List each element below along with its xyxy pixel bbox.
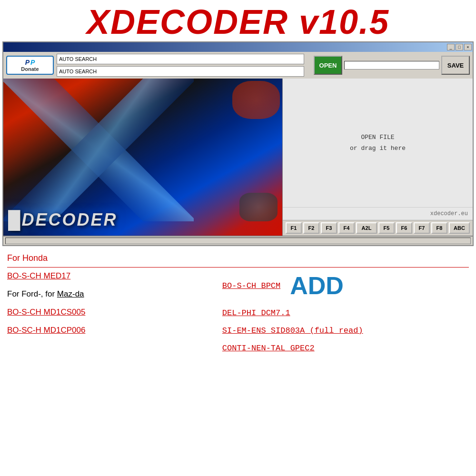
website-url: xdecoder.eu bbox=[430, 210, 468, 217]
website-label: xdecoder.eu bbox=[283, 207, 473, 220]
f3-button[interactable]: F3 bbox=[321, 222, 337, 234]
f6-button[interactable]: F6 bbox=[396, 222, 412, 234]
right-controls: OPEN SAVE bbox=[314, 56, 470, 75]
xdecoder-text: █DECODER bbox=[8, 205, 118, 231]
main-content: █DECODER OPEN FILE or drag it here xdeco… bbox=[3, 79, 473, 236]
dropdown1-wrapper: AUTO SEARCH bbox=[57, 54, 304, 64]
drop-line1: OPEN FILE bbox=[361, 132, 394, 143]
abc-button[interactable]: ABC bbox=[449, 222, 470, 234]
xdecoder-background: █DECODER bbox=[3, 79, 282, 236]
f5-button[interactable]: F5 bbox=[378, 222, 395, 234]
status-bar bbox=[3, 236, 473, 245]
drop-line2: or drag it here bbox=[350, 143, 406, 154]
left-column: BO-S-CH MED17 For Ford-, for Maz-da BO-S… bbox=[7, 271, 213, 361]
title-area: XDECODER v10.5 bbox=[0, 0, 476, 41]
app-window: _ □ × P P Donate AUTO SEARCH AUTO SEARCH bbox=[2, 41, 474, 246]
fn-buttons-row: F1 F2 F3 F4 A2L F5 F6 F7 F8 ABC bbox=[283, 220, 473, 236]
right-item-4[interactable]: CONTI-NEN-TAL GPEC2 bbox=[222, 344, 315, 353]
auto-search-dropdown-2[interactable]: AUTO SEARCH bbox=[57, 66, 304, 77]
f2-button[interactable]: F2 bbox=[303, 222, 319, 234]
x-shape-svg bbox=[3, 79, 194, 221]
donate-button[interactable]: P P Donate bbox=[6, 56, 54, 75]
left-panel: █DECODER bbox=[3, 79, 282, 236]
app-version: v10.5 bbox=[288, 3, 389, 41]
bottom-content: For Honda BO-S-CH MED17 For Ford-, for M… bbox=[0, 246, 476, 361]
paypal-logo: P P bbox=[25, 59, 35, 66]
f8-button[interactable]: F8 bbox=[431, 222, 447, 234]
maximize-button[interactable]: □ bbox=[456, 44, 463, 50]
divider bbox=[7, 267, 469, 268]
close-button[interactable]: × bbox=[464, 44, 472, 50]
app-name: XDECODER bbox=[87, 3, 288, 41]
left-item-4[interactable]: BO-SC-H MD1CP006 bbox=[7, 326, 213, 335]
save-button[interactable]: SAVE bbox=[441, 56, 470, 75]
right-item-2[interactable]: DEL-PHI DCM7.1 bbox=[222, 308, 290, 317]
add-label: ADD bbox=[290, 271, 344, 300]
right-row-3: SI-EM-ENS SID803A (full read) bbox=[222, 326, 469, 335]
right-row-2: DEL-PHI DCM7.1 bbox=[222, 308, 469, 317]
left-item-2: For Ford-, for Maz-da bbox=[7, 289, 213, 299]
right-panel: OPEN FILE or drag it here xdecoder.eu F1… bbox=[282, 79, 473, 236]
right-column: BO-S-CH BPCM ADD DEL-PHI DCM7.1 SI-EM-EN… bbox=[222, 271, 469, 361]
dropdowns-area: AUTO SEARCH AUTO SEARCH bbox=[57, 54, 311, 77]
toolbar: P P Donate AUTO SEARCH AUTO SEARCH OP bbox=[3, 52, 473, 79]
left-item-3[interactable]: BO-S-CH MD1CS005 bbox=[7, 307, 213, 317]
app-title: XDECODER v10.5 bbox=[0, 5, 476, 39]
f4-button[interactable]: F4 bbox=[338, 222, 355, 234]
paypal-icon-p2: P bbox=[30, 59, 35, 66]
minimize-button[interactable]: _ bbox=[447, 44, 455, 50]
top-right-row: OPEN SAVE bbox=[314, 56, 470, 75]
file-input-box[interactable] bbox=[344, 61, 439, 69]
for-honda-label: For Honda bbox=[7, 253, 469, 263]
f1-button[interactable]: F1 bbox=[286, 222, 302, 234]
a2l-button[interactable]: A2L bbox=[356, 222, 377, 234]
donate-label: Donate bbox=[21, 66, 39, 72]
f7-button[interactable]: F7 bbox=[414, 222, 430, 234]
open-button[interactable]: OPEN bbox=[314, 56, 342, 75]
status-bar-inner bbox=[5, 238, 471, 244]
right-row-1: BO-S-CH BPCM ADD bbox=[222, 271, 469, 300]
right-item-3[interactable]: SI-EM-ENS SID803A (full read) bbox=[222, 326, 363, 335]
right-item-1[interactable]: BO-S-CH BPCM bbox=[222, 281, 280, 290]
content-columns: BO-S-CH MED17 For Ford-, for Maz-da BO-S… bbox=[7, 271, 469, 361]
auto-search-dropdown-1[interactable]: AUTO SEARCH bbox=[57, 54, 304, 64]
dropdown2-wrapper: AUTO SEARCH bbox=[57, 66, 304, 77]
drop-area[interactable]: OPEN FILE or drag it here bbox=[283, 79, 473, 207]
window-titlebar: _ □ × bbox=[3, 42, 473, 52]
paypal-icon-p1: P bbox=[25, 59, 30, 66]
left-item-1[interactable]: BO-S-CH MED17 bbox=[7, 271, 213, 281]
right-row-4: CONTI-NEN-TAL GPEC2 bbox=[222, 344, 469, 353]
